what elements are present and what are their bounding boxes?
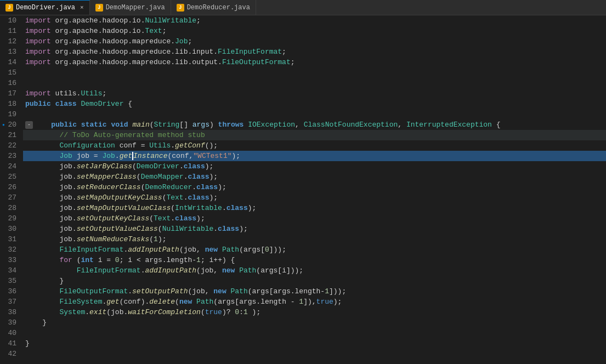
code-line-26: job.setReducerClass(DemoReducer.class); [23, 182, 606, 192]
code-line-36: FileOutputFormat.setOutputPath(job, new … [23, 286, 606, 297]
tab-demomapper[interactable]: J DemoMapper.java [90, 0, 171, 15]
code-line-31: job.setNumReduceTasks(1); [23, 234, 606, 244]
code-line-25: job.setMapperClass(DemoMapper.class); [23, 172, 606, 182]
code-line-27: job.setMapOutputKeyClass(Text.class); [23, 192, 606, 203]
code-line-42 [23, 349, 606, 359]
code-line-29: job.setOutputKeyClass(Text.class); [23, 213, 606, 224]
code-line-15 [23, 67, 606, 78]
java-icon-mapper: J [95, 4, 103, 12]
line-num-38: 38 [2, 307, 16, 317]
tab-bar: J DemoDriver.java × J DemoMapper.java J … [0, 0, 606, 15]
line-num-25: 25 [2, 172, 16, 182]
code-line-10: import org.apache.hadoop.io.NullWritable… [23, 15, 606, 26]
line-num-22: 22 [2, 140, 16, 151]
editor-area: 10 11 12 13 14 15 16 17 18 19 20 21 22 2… [0, 15, 606, 364]
code-line-23: Job job = Job.getInstance(conf,"WCTest1"… [23, 151, 606, 161]
todo-label: ToDo [72, 131, 89, 139]
line-num-39: 39 [2, 317, 16, 328]
line-num-27: 27 [2, 192, 16, 203]
code-line-39: } [23, 317, 606, 328]
tab-demodriver-close[interactable]: × [80, 4, 84, 11]
line-num-21: 21 [2, 130, 16, 140]
code-line-28: job.setMapOutputValueClass(IntWritable.c… [23, 203, 606, 213]
code-line-40 [23, 328, 606, 338]
code-line-35: } [23, 276, 606, 286]
line-num-42: 42 [2, 349, 16, 359]
line-number-gutter: 10 11 12 13 14 15 16 17 18 19 20 21 22 2… [0, 15, 21, 364]
code-line-21: // ToDo Auto-generated method stub [23, 130, 606, 140]
line-num-14: 14 [2, 57, 16, 67]
line-num-15: 15 [2, 67, 16, 78]
line-num-34: 34 [2, 265, 16, 276]
line-num-20: 20 [2, 120, 16, 130]
code-line-13: import org.apache.hadoop.mapreduce.lib.i… [23, 47, 606, 57]
line-num-24: 24 [2, 161, 16, 172]
line-num-28: 28 [2, 203, 16, 213]
code-line-17: import utils.Utils; [23, 88, 606, 99]
line-num-17: 17 [2, 88, 16, 99]
line-num-23: 23 [2, 151, 16, 161]
line-num-19: 19 [2, 109, 16, 120]
line-num-26: 26 [2, 182, 16, 192]
code-line-14: import org.apache.hadoop.mapreduce.lib.o… [23, 57, 606, 67]
code-line-38: System.exit(job.waitForCompletion(true)?… [23, 307, 606, 317]
line-num-30: 30 [2, 224, 16, 234]
code-line-11: import org.apache.hadoop.io.Text; [23, 26, 606, 36]
code-line-16 [23, 78, 606, 88]
line-num-29: 29 [2, 213, 16, 224]
line-num-11: 11 [2, 26, 16, 36]
line-num-36: 36 [2, 286, 16, 297]
code-line-32: FileInputFormat.addInputPath(job, new Pa… [23, 244, 606, 255]
code-line-20: - public static void main(String[] args)… [23, 120, 606, 130]
line-num-33: 33 [2, 255, 16, 265]
line-num-35: 35 [2, 276, 16, 286]
code-line-30: job.setOutputValueClass(NullWritable.cla… [23, 224, 606, 234]
line-num-18: 18 [2, 99, 16, 109]
code-line-41: } [23, 338, 606, 349]
line-num-12: 12 [2, 36, 16, 47]
line-num-32: 32 [2, 244, 16, 255]
code-line-33: for (int i = 0; i < args.length-1; i++) … [23, 255, 606, 265]
tab-demoreducer-label: DemoReducer.java [187, 4, 250, 12]
line-num-16: 16 [2, 78, 16, 88]
line-num-31: 31 [2, 234, 16, 244]
code-content[interactable]: import org.apache.hadoop.io.NullWritable… [21, 15, 606, 364]
code-line-34: FileInputFormat.addInputPath(job, new Pa… [23, 265, 606, 276]
code-line-18: public class DemoDriver { [23, 99, 606, 109]
tab-demoreducer[interactable]: J DemoReducer.java [171, 0, 256, 15]
tab-demomapper-label: DemoMapper.java [106, 4, 165, 12]
code-line-22: Configuration conf = Utils.getConf(); [23, 140, 606, 151]
java-icon-reducer: J [177, 4, 184, 12]
code-line-12: import org.apache.hadoop.mapreduce.Job; [23, 36, 606, 47]
line-num-41: 41 [2, 338, 16, 349]
code-line-24: job.setJarByClass(DemoDriver.class); [23, 161, 606, 172]
line-num-10: 10 [2, 15, 16, 26]
line-num-13: 13 [2, 47, 16, 57]
line-num-40: 40 [2, 328, 16, 338]
line-num-37: 37 [2, 297, 16, 307]
tab-demodriver-label: DemoDriver.java [16, 4, 75, 12]
java-icon: J [5, 4, 13, 12]
tab-demodriver[interactable]: J DemoDriver.java × [0, 0, 90, 15]
code-line-37: FileSystem.get(conf).delete(new Path(arg… [23, 297, 606, 307]
code-line-19 [23, 109, 606, 120]
